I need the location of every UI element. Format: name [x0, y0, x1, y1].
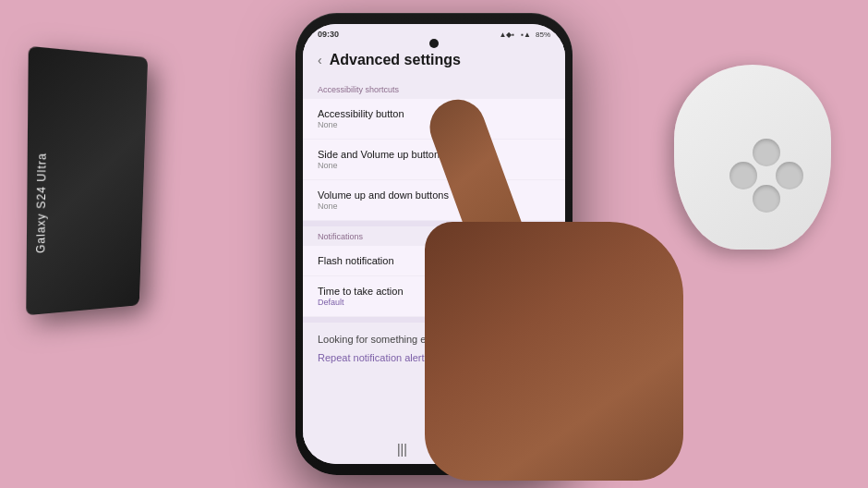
status-icons: ▲◆▪ ▪▲ 85%: [499, 30, 550, 39]
status-time: 09:30: [318, 30, 339, 39]
controller-buttons: [729, 139, 803, 213]
notification-icons: ▲◆▪: [499, 30, 514, 39]
battery-icon: 85%: [536, 30, 550, 39]
controller-btn-right: [776, 162, 803, 189]
signal-icons: ▪▲: [521, 30, 531, 39]
setting-flash-notification[interactable]: Flash notification: [303, 246, 565, 275]
page-header: ‹ Advanced settings: [303, 43, 565, 79]
setting-title-accessibility-btn: Accessibility button: [318, 108, 550, 119]
phone: 09:30 ▲◆▪ ▪▲ 85% ‹ Advanced settings Acc…: [295, 13, 573, 475]
controller-btn-bottom: [753, 185, 780, 213]
section-label-notifications: Notifications: [303, 226, 565, 245]
setting-title-vol-ud: Volume up and down buttons: [318, 189, 550, 201]
samsung-box: Galaxy S24 Ultra: [26, 46, 148, 315]
phone-screen: 09:30 ▲◆▪ ▪▲ 85% ‹ Advanced settings Acc…: [303, 24, 565, 464]
camera-notch: [429, 39, 439, 48]
setting-side-volume[interactable]: Side and Volume up buttons None: [303, 140, 565, 179]
back-button[interactable]: ‹: [318, 53, 322, 67]
navigation-bar: ||| ○ ‹: [303, 434, 565, 464]
repeat-notification-link[interactable]: Repeat notification alerts: [318, 352, 429, 363]
page-title: Advanced settings: [330, 52, 461, 68]
nav-back-icon[interactable]: ‹: [466, 442, 471, 457]
looking-section: Looking for something else? Repeat notif…: [303, 323, 565, 372]
controller-body: [674, 65, 831, 250]
settings-body: Accessibility shortcuts Accessibility bu…: [303, 79, 565, 372]
setting-accessibility-button[interactable]: Accessibility button None: [303, 99, 565, 139]
nav-home-icon[interactable]: ○: [433, 442, 440, 457]
setting-time-action[interactable]: Time to take action Default: [303, 276, 565, 316]
setting-title-time-action: Time to take action: [318, 286, 550, 297]
looking-title: Looking for something else?: [318, 334, 550, 345]
setting-title-flash: Flash notification: [318, 255, 550, 266]
setting-subtitle-accessibility-btn: None: [318, 120, 550, 129]
screen-content: ‹ Advanced settings Accessibility shortc…: [303, 43, 565, 457]
game-controller: [656, 37, 840, 277]
setting-volume-updown[interactable]: Volume up and down buttons None: [303, 180, 565, 220]
setting-title-side-vol: Side and Volume up buttons: [318, 149, 550, 160]
controller-btn-left: [729, 162, 757, 189]
samsung-box-label: Galaxy S24 Ultra: [34, 152, 49, 253]
setting-subtitle-time-action: Default: [318, 298, 550, 307]
section-label-accessibility: Accessibility shortcuts: [303, 79, 565, 98]
controller-btn-top: [753, 139, 780, 166]
nav-menu-icon[interactable]: |||: [397, 442, 407, 457]
setting-subtitle-side-vol: None: [318, 161, 550, 170]
setting-subtitle-vol-ud: None: [318, 201, 550, 211]
